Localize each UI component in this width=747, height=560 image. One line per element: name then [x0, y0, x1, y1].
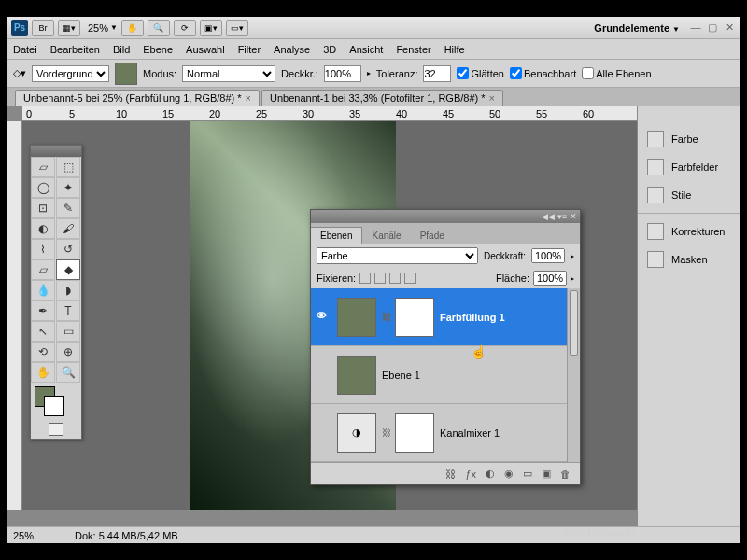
panel-masken[interactable]: Masken: [638, 245, 740, 273]
adjustment-layer-icon[interactable]: ◉: [504, 468, 514, 480]
arrow-icon[interactable]: ▸: [571, 274, 574, 283]
menu-fenster[interactable]: Fenster: [396, 44, 430, 55]
fill-mode-select[interactable]: Vordergrund: [32, 65, 109, 82]
history-brush-tool[interactable]: ↺: [56, 239, 80, 259]
eyedropper-tool[interactable]: ✎: [56, 198, 80, 218]
minimize-button[interactable]: —: [689, 21, 702, 35]
zoom-tool[interactable]: 🔍: [56, 362, 80, 383]
lock-pixels-icon[interactable]: [374, 273, 386, 284]
layer-thumbnail[interactable]: ◑: [337, 413, 376, 453]
benachbart-checkbox[interactable]: Benachbart: [510, 67, 576, 79]
menu-hilfe[interactable]: Hilfe: [444, 44, 465, 55]
panel-farbe[interactable]: Farbe: [638, 125, 740, 153]
move-tool[interactable]: ▱: [31, 157, 55, 177]
layer-mask[interactable]: [395, 298, 434, 337]
menu-filter[interactable]: Filter: [238, 44, 261, 55]
tool-preset-button[interactable]: ◇▾: [13, 67, 26, 79]
menu-auswahl[interactable]: Auswahl: [186, 44, 225, 55]
panel-header[interactable]: ◀◀ ▾≡ ✕: [311, 210, 580, 223]
toleranz-input[interactable]: [423, 65, 451, 82]
visibility-icon[interactable]: [317, 368, 331, 383]
document-tab[interactable]: Unbenannt-5 bei 25% (Farbfüllung 1, RGB/…: [15, 90, 260, 106]
lasso-tool[interactable]: ◯: [31, 177, 55, 198]
layer-row[interactable]: ⛓ Farbfüllung 1: [311, 288, 580, 346]
alle-ebenen-checkbox[interactable]: Alle Ebenen: [582, 67, 651, 79]
view-extras-button[interactable]: ▦▾: [58, 20, 80, 36]
background-color[interactable]: [44, 396, 64, 416]
bucket-tool[interactable]: ◆: [56, 259, 80, 280]
zoom-tool-button[interactable]: 🔍: [148, 20, 170, 36]
marquee-tool[interactable]: ⬚: [56, 157, 80, 177]
deckkr-arrow-icon[interactable]: ▸: [367, 69, 371, 77]
panel-stile[interactable]: Stile: [638, 181, 740, 209]
zoom-dropdown-icon[interactable]: ▼: [110, 23, 118, 32]
close-icon[interactable]: ✕: [570, 212, 577, 221]
layer-thumbnail[interactable]: [337, 298, 376, 337]
stamp-tool[interactable]: ⌇: [31, 239, 55, 259]
layer-style-icon[interactable]: ƒx: [465, 469, 476, 480]
layer-row[interactable]: ◑ ⛓ Kanalmixer 1: [311, 404, 580, 462]
healing-tool[interactable]: ◐: [31, 218, 55, 239]
new-layer-icon[interactable]: ▣: [542, 468, 551, 480]
toolbox-header[interactable]: [31, 146, 81, 157]
brush-tool[interactable]: 🖌: [56, 218, 80, 239]
menu-icon[interactable]: ▾≡: [557, 212, 567, 221]
status-zoom[interactable]: 25%: [7, 530, 63, 541]
screen-mode-button[interactable]: ▭▾: [226, 20, 248, 36]
fill-color-swatch[interactable]: [115, 63, 137, 85]
menu-bearbeiten[interactable]: Bearbeiten: [50, 44, 100, 55]
status-docinfo[interactable]: Dok: 5,44 MB/5,42 MB: [63, 530, 178, 541]
type-tool[interactable]: T: [56, 301, 80, 321]
path-tool[interactable]: ↖: [31, 321, 55, 342]
delete-icon[interactable]: 🗑: [560, 469, 571, 480]
close-button[interactable]: ✕: [723, 21, 736, 35]
lock-position-icon[interactable]: [389, 273, 401, 284]
maximize-button[interactable]: ▢: [706, 21, 719, 35]
zoom-level[interactable]: 25%: [88, 22, 108, 34]
menu-bild[interactable]: Bild: [113, 44, 130, 55]
link-icon[interactable]: ⛓: [382, 427, 389, 438]
blur-tool[interactable]: 💧: [31, 280, 55, 301]
layer-thumbnail[interactable]: [337, 356, 376, 395]
layer-mask-icon[interactable]: ◐: [486, 468, 495, 480]
workspace-switcher[interactable]: Grundelemente ▼: [594, 22, 680, 34]
collapse-icon[interactable]: ◀◀: [542, 212, 555, 221]
visibility-icon[interactable]: [317, 426, 331, 441]
arrange-button[interactable]: ▣▾: [200, 20, 222, 36]
rotate-view-button[interactable]: ⟳: [174, 20, 196, 36]
hand-tool-button[interactable]: ✋: [121, 20, 144, 36]
tab-pfade[interactable]: Pfade: [411, 228, 454, 244]
quickmask-toggle[interactable]: [31, 420, 81, 439]
arrow-icon[interactable]: ▸: [571, 252, 574, 260]
tab-ebenen[interactable]: Ebenen: [311, 227, 362, 244]
menu-3d[interactable]: 3D: [323, 44, 336, 55]
3d-tool[interactable]: ⟲: [31, 342, 55, 362]
crop-tool[interactable]: ⊡: [31, 198, 55, 218]
pen-tool[interactable]: ✒: [31, 301, 55, 321]
menu-ebene[interactable]: Ebene: [143, 44, 173, 55]
tab-kanaele[interactable]: Kanäle: [362, 228, 410, 244]
lock-transparency-icon[interactable]: [359, 273, 371, 284]
dodge-tool[interactable]: ◗: [56, 280, 80, 301]
wand-tool[interactable]: ✦: [56, 177, 80, 198]
document-tab[interactable]: Unbenannt-1 bei 33,3% (Fotofilter 1, RGB…: [261, 90, 503, 106]
scrollbar[interactable]: [567, 288, 580, 462]
menu-analyse[interactable]: Analyse: [274, 44, 310, 55]
menu-ansicht[interactable]: Ansicht: [349, 44, 383, 55]
close-icon[interactable]: ×: [246, 92, 251, 104]
visibility-icon[interactable]: [317, 310, 331, 325]
lock-all-icon[interactable]: [404, 273, 416, 284]
glaetten-checkbox[interactable]: Glätten: [457, 67, 503, 79]
panel-korrekturen[interactable]: Korrekturen: [638, 217, 740, 245]
menu-datei[interactable]: Datei: [13, 44, 37, 55]
deckkr-input[interactable]: [324, 65, 361, 82]
close-icon[interactable]: ×: [489, 92, 495, 104]
layer-mask[interactable]: [395, 413, 434, 453]
shape-tool[interactable]: ▭: [56, 321, 80, 342]
3d-camera-tool[interactable]: ⊕: [56, 342, 80, 362]
modus-select[interactable]: Normal: [182, 65, 275, 82]
blend-mode-select[interactable]: Farbe: [317, 247, 478, 264]
hand-tool[interactable]: ✋: [31, 362, 55, 383]
link-icon[interactable]: ⛓: [382, 312, 389, 322]
layer-row[interactable]: Ebene 1: [311, 346, 580, 404]
